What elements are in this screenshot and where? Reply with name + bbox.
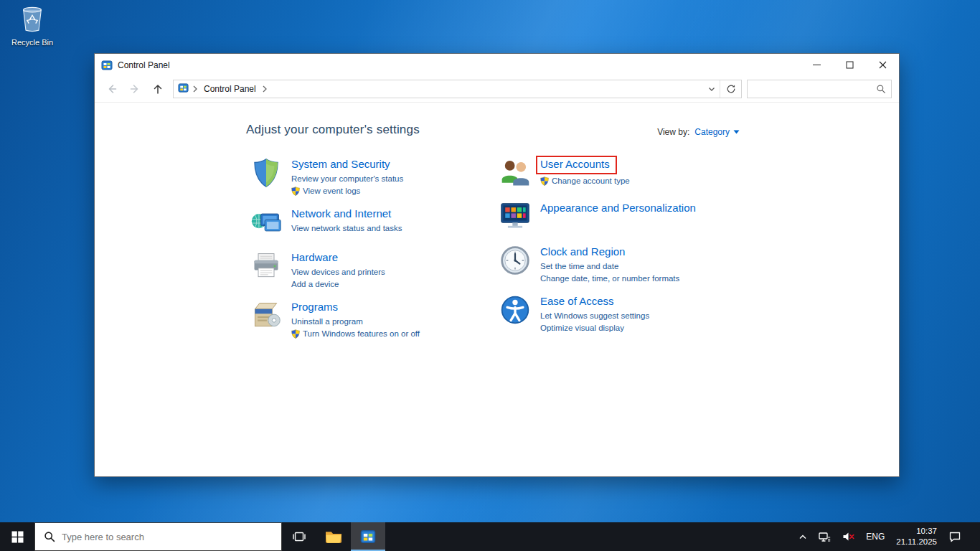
close-icon bbox=[879, 61, 887, 69]
system-and-security-icon[interactable] bbox=[250, 157, 282, 189]
category-title-network-and-internet[interactable]: Network and Internet bbox=[291, 207, 391, 220]
task-link-windows-suggest-settings[interactable]: Let Windows suggest settings bbox=[540, 310, 649, 322]
task-link-view-devices-printers[interactable]: View devices and printers bbox=[291, 266, 385, 278]
hardware-icon[interactable] bbox=[250, 250, 282, 282]
view-by-label: View by: bbox=[657, 127, 689, 137]
task-link-uninstall-program[interactable]: Uninstall a program bbox=[291, 316, 420, 328]
start-button[interactable] bbox=[0, 522, 34, 551]
category-title-user-accounts[interactable]: User Accounts bbox=[540, 158, 610, 170]
action-center-icon bbox=[948, 531, 961, 542]
category-network-and-internet: Network and Internet View network status… bbox=[250, 207, 499, 241]
control-panel-taskbar-button[interactable] bbox=[351, 522, 385, 551]
highlight-box: User Accounts bbox=[536, 156, 617, 174]
volume-muted-button[interactable] bbox=[839, 522, 858, 551]
tray-overflow-button[interactable] bbox=[795, 522, 811, 551]
user-accounts-icon[interactable] bbox=[499, 157, 531, 189]
address-bar[interactable]: Control Panel bbox=[173, 80, 742, 98]
language-indicator[interactable]: ENG bbox=[862, 522, 888, 551]
action-center-button[interactable] bbox=[945, 522, 965, 551]
search-icon bbox=[44, 531, 55, 542]
minimize-button[interactable] bbox=[800, 54, 833, 76]
task-link-view-event-logs[interactable]: View event logs bbox=[291, 185, 403, 197]
uac-shield-icon bbox=[540, 176, 549, 186]
breadcrumb-chevron-icon[interactable] bbox=[262, 85, 268, 93]
maximize-button[interactable] bbox=[833, 54, 866, 76]
category-title-programs[interactable]: Programs bbox=[291, 301, 338, 313]
clock-and-region-icon[interactable] bbox=[499, 245, 531, 276]
categories-right: User Accounts bbox=[499, 157, 815, 349]
task-link-optimize-visual-display[interactable]: Optimize visual display bbox=[540, 322, 649, 334]
file-explorer-button[interactable] bbox=[316, 522, 351, 551]
network-status-button[interactable] bbox=[815, 522, 834, 551]
category-hardware: Hardware View devices and printers Add a… bbox=[250, 250, 499, 291]
category-system-and-security: System and Security Review your computer… bbox=[250, 157, 499, 197]
category-title-ease-of-access[interactable]: Ease of Access bbox=[540, 295, 614, 307]
chevron-up-icon bbox=[798, 534, 807, 540]
navigation-bar: Control Panel bbox=[95, 76, 899, 103]
task-link-change-account-type[interactable]: Change account type bbox=[540, 175, 630, 187]
task-link-review-status[interactable]: Review your computer's status bbox=[291, 173, 403, 185]
category-title-clock-and-region[interactable]: Clock and Region bbox=[540, 245, 625, 258]
address-dropdown-button[interactable] bbox=[704, 80, 720, 98]
breadcrumb: Control Panel bbox=[174, 80, 704, 98]
network-and-internet-icon[interactable] bbox=[250, 207, 282, 238]
refresh-button[interactable] bbox=[720, 80, 741, 98]
task-link-add-device[interactable]: Add a device bbox=[291, 278, 385, 291]
category-ease-of-access: Ease of Access Let Windows suggest setti… bbox=[499, 294, 815, 334]
task-link-set-time-date[interactable]: Set the time and date bbox=[540, 260, 679, 273]
control-panel-icon bbox=[360, 529, 376, 545]
refresh-icon bbox=[726, 84, 736, 94]
uac-shield-icon bbox=[291, 187, 300, 196]
category-appearance-personalization: Appearance and Personalization bbox=[499, 201, 815, 235]
close-button[interactable] bbox=[866, 54, 899, 76]
category-user-accounts: User Accounts bbox=[499, 157, 815, 192]
file-explorer-icon bbox=[324, 529, 343, 545]
control-panel-window: Control Panel bbox=[94, 53, 900, 477]
ease-of-access-icon[interactable] bbox=[499, 294, 531, 326]
uac-shield-icon bbox=[291, 329, 300, 339]
search-input[interactable] bbox=[753, 84, 872, 94]
up-arrow-icon bbox=[151, 83, 164, 95]
task-link-turn-windows-features[interactable]: Turn Windows features on or off bbox=[291, 328, 420, 340]
chevron-down-icon bbox=[708, 87, 715, 92]
category-clock-and-region: Clock and Region Set the time and date C… bbox=[499, 245, 815, 285]
task-link-view-network-status[interactable]: View network status and tasks bbox=[291, 222, 402, 235]
up-button[interactable] bbox=[148, 80, 168, 98]
volume-muted-icon bbox=[842, 532, 854, 542]
titlebar[interactable]: Control Panel bbox=[95, 54, 899, 76]
breadcrumb-app-icon[interactable] bbox=[178, 83, 189, 96]
category-title-system-and-security[interactable]: System and Security bbox=[291, 158, 390, 170]
back-button[interactable] bbox=[102, 80, 122, 98]
forward-button[interactable] bbox=[125, 80, 145, 98]
minimize-icon bbox=[813, 61, 821, 69]
clock-time: 10:37 bbox=[916, 527, 937, 536]
task-link-change-date-formats[interactable]: Change date, time, or number formats bbox=[540, 273, 679, 285]
breadcrumb-chevron-icon[interactable] bbox=[192, 85, 198, 93]
task-view-icon bbox=[292, 529, 306, 544]
programs-icon[interactable] bbox=[250, 300, 282, 331]
categories-left: System and Security Review your computer… bbox=[250, 157, 499, 349]
caret-down-icon bbox=[733, 130, 740, 134]
clock-date: 21.11.2025 bbox=[896, 537, 937, 547]
recycle-bin-icon[interactable]: Recycle Bin bbox=[4, 4, 60, 47]
control-panel-app-icon bbox=[101, 60, 113, 71]
maximize-icon bbox=[846, 61, 854, 69]
forward-arrow-icon bbox=[128, 83, 141, 95]
system-tray: ENG 10:37 21.11.2025 bbox=[795, 522, 980, 551]
taskbar-search-input[interactable] bbox=[62, 532, 273, 542]
task-view-button[interactable] bbox=[282, 522, 316, 551]
category-title-hardware[interactable]: Hardware bbox=[291, 251, 338, 263]
windows-logo-icon bbox=[11, 531, 24, 543]
page-title: Adjust your computer's settings bbox=[246, 123, 420, 137]
search-icon[interactable] bbox=[876, 84, 886, 94]
recycle-bin-glyph bbox=[19, 4, 46, 36]
breadcrumb-item-control-panel[interactable]: Control Panel bbox=[202, 83, 258, 95]
network-icon bbox=[819, 532, 831, 542]
view-by-dropdown[interactable]: Category bbox=[694, 127, 740, 137]
taskbar-search[interactable] bbox=[34, 522, 282, 551]
control-panel-search[interactable] bbox=[747, 80, 892, 98]
taskbar-clock[interactable]: 10:37 21.11.2025 bbox=[892, 522, 941, 551]
window-controls bbox=[800, 54, 899, 76]
appearance-personalization-icon[interactable] bbox=[499, 201, 531, 232]
category-title-appearance-personalization[interactable]: Appearance and Personalization bbox=[540, 202, 696, 214]
